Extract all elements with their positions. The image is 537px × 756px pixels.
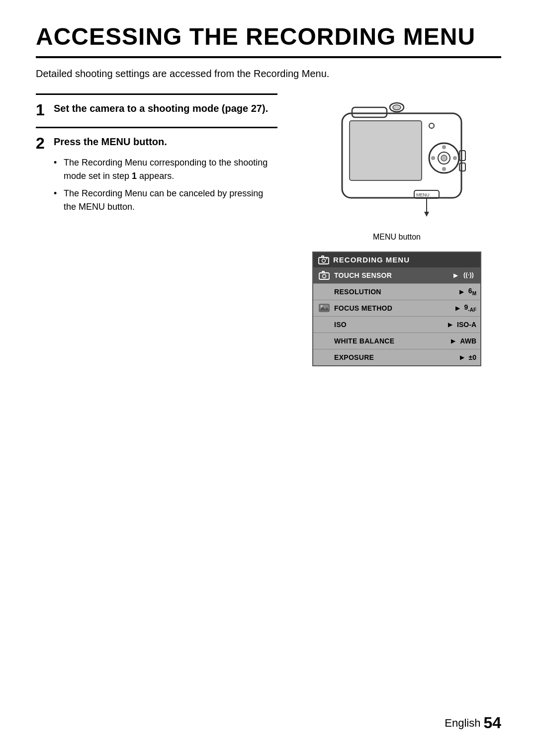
step-2-bullets: The Recording Menu corresponding to the … — [54, 156, 277, 214]
svg-rect-4 — [350, 121, 422, 180]
menu-row-touch-sensor-icon — [317, 270, 331, 281]
svg-point-9 — [442, 167, 446, 171]
menu-row-iso[interactable]: ISO ▶ ISO-A — [313, 317, 480, 333]
camera-icon-small — [319, 271, 330, 280]
svg-point-8 — [442, 145, 446, 149]
menu-row-touch-sensor-arrow: ▶ — [453, 272, 458, 279]
svg-rect-1 — [352, 107, 387, 117]
menu-row-focus-method-value: 9-AF — [464, 303, 476, 313]
main-content: 1 Set the camera to a shooting mode (pag… — [36, 93, 501, 366]
menu-row-resolution-icon — [317, 286, 331, 297]
menu-row-exposure-value: ±0 — [469, 353, 476, 361]
svg-point-3 — [393, 105, 401, 110]
menu-row-exposure[interactable]: EXPOSURE ▶ ±0 — [313, 349, 480, 365]
menu-row-resolution-value: 6M — [468, 287, 476, 296]
menu-row-wb-icon — [317, 336, 331, 346]
scene-icon — [319, 304, 330, 312]
menu-row-iso-arrow: ▶ — [448, 321, 452, 328]
step-1-header: 1 Set the camera to a shooting mode (pag… — [36, 102, 277, 118]
menu-button-label: MENU button — [373, 233, 421, 241]
menu-row-exposure-arrow: ▶ — [460, 354, 464, 361]
svg-point-23 — [323, 274, 326, 278]
recording-menu: RECORDING MENU — [312, 252, 481, 366]
svg-rect-13 — [459, 151, 465, 161]
page-footer: English 54 — [445, 714, 501, 732]
step-1-title: Set the camera to a shooting mode (page … — [54, 102, 268, 115]
menu-row-exposure-name: EXPOSURE — [334, 353, 455, 361]
step-1-number: 1 — [36, 102, 48, 118]
recording-menu-title: RECORDING MENU — [333, 255, 410, 264]
menu-row-focus-method[interactable]: FOCUS METHOD ▶ 9-AF — [313, 300, 480, 317]
menu-row-focus-icon — [317, 303, 331, 314]
svg-point-27 — [321, 305, 323, 307]
svg-rect-22 — [319, 273, 329, 279]
step-2-bullet-1: The Recording Menu corresponding to the … — [54, 156, 277, 183]
wireless-icon: ((·)) — [462, 270, 476, 279]
menu-row-white-balance[interactable]: WHITE BALANCE ▶ AWB — [313, 333, 480, 349]
recording-menu-items: TOUCH SENSOR ▶ ((·)) — [313, 267, 480, 365]
step-2-title: Press the MENU button. — [54, 135, 167, 148]
menu-row-touch-sensor[interactable]: TOUCH SENSOR ▶ ((·)) — [313, 267, 480, 284]
menu-row-focus-method-name: FOCUS METHOD — [334, 304, 451, 312]
svg-point-21 — [326, 258, 327, 259]
menu-row-iso-value: ISO-A — [457, 321, 476, 329]
menu-row-resolution-name: RESOLUTION — [334, 288, 455, 296]
page-number: 54 — [483, 714, 501, 732]
svg-point-5 — [429, 123, 434, 128]
menu-row-focus-method-arrow: ▶ — [455, 305, 460, 312]
recording-menu-camera-icon — [318, 255, 329, 264]
menu-row-touch-sensor-name: TOUCH SENSOR — [334, 271, 449, 279]
svg-marker-18 — [424, 212, 429, 217]
camera-illustration: MENU — [312, 93, 481, 243]
menu-row-resolution[interactable]: RESOLUTION ▶ 6M — [313, 284, 480, 300]
svg-point-12 — [441, 155, 447, 161]
step-1: 1 Set the camera to a shooting mode (pag… — [36, 93, 277, 118]
menu-row-iso-name: ISO — [334, 321, 444, 329]
page-title: ACCESSING THE RECORDING MENU — [36, 24, 501, 58]
right-column: MENU MENU button — [292, 93, 501, 366]
left-column: 1 Set the camera to a shooting mode (pag… — [36, 93, 292, 366]
menu-row-iso-icon — [317, 319, 331, 330]
language-label: English — [445, 717, 480, 730]
step-2-header: 2 Press the MENU button. — [36, 135, 277, 151]
recording-menu-header: RECORDING MENU — [313, 252, 480, 267]
step-2-bullet-2: The Recording Menu can be canceled by pr… — [54, 187, 277, 214]
svg-point-20 — [322, 259, 326, 262]
menu-row-white-balance-value: AWB — [460, 337, 476, 345]
menu-row-exposure-icon — [317, 352, 331, 363]
svg-rect-14 — [459, 163, 465, 171]
menu-row-white-balance-arrow: ▶ — [451, 337, 455, 344]
svg-text:((·)): ((·)) — [463, 271, 474, 278]
step-2-number: 2 — [36, 135, 48, 151]
step-2: 2 Press the MENU button. The Recording M… — [36, 127, 277, 214]
step-2-body: The Recording Menu corresponding to the … — [36, 156, 277, 214]
camera-area: MENU MENU button — [302, 93, 491, 366]
svg-point-10 — [431, 156, 435, 160]
svg-point-11 — [453, 156, 457, 160]
svg-text:MENU: MENU — [416, 192, 430, 197]
subtitle: Detailed shooting settings are accessed … — [36, 68, 501, 80]
menu-row-resolution-arrow: ▶ — [459, 288, 464, 295]
page: ACCESSING THE RECORDING MENU Detailed sh… — [0, 0, 537, 756]
menu-row-touch-sensor-value: ((·)) — [462, 270, 476, 280]
menu-row-white-balance-name: WHITE BALANCE — [334, 337, 447, 345]
